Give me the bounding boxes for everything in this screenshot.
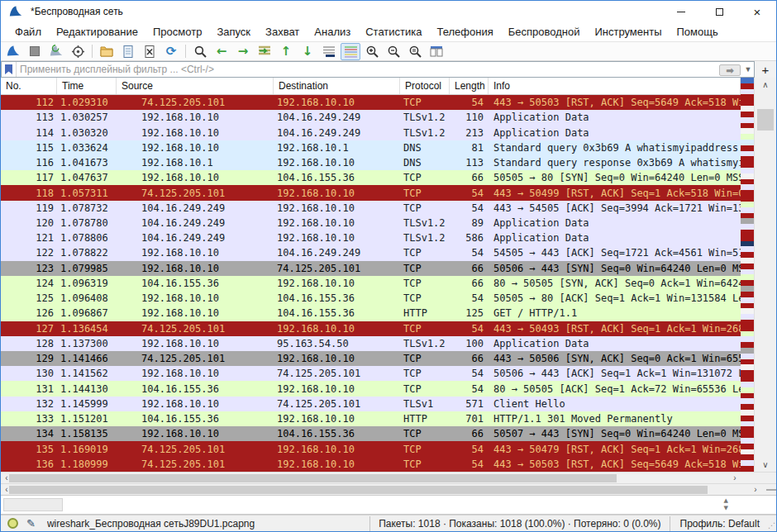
menu-item-5[interactable]: Анализ bbox=[307, 24, 358, 40]
go-to-packet-button[interactable] bbox=[255, 43, 274, 60]
expert-info-icon[interactable] bbox=[7, 518, 18, 529]
find-packet-button[interactable] bbox=[190, 43, 210, 60]
zoom-original-button[interactable] bbox=[405, 43, 425, 60]
filter-dropdown-caret[interactable]: ▼ bbox=[742, 65, 754, 74]
column-header-destination[interactable]: Destination bbox=[274, 78, 400, 94]
scroll-down-icon[interactable]: ∨ bbox=[755, 460, 776, 469]
packet-row-118[interactable]: 1181.05731174.125.205.101192.168.10.10TC… bbox=[1, 185, 741, 200]
restart-capture-button[interactable] bbox=[46, 43, 66, 60]
packet-row-123[interactable]: 1231.079985192.168.10.1074.125.205.101TC… bbox=[1, 261, 741, 276]
menu-item-10[interactable]: Помощь bbox=[670, 24, 726, 40]
column-header-source[interactable]: Source bbox=[117, 78, 274, 94]
add-filter-button-button[interactable]: + bbox=[755, 61, 776, 78]
go-previous-packet-button[interactable]: ← bbox=[212, 43, 231, 60]
display-filter-field: ➡ ▼ bbox=[1, 61, 755, 78]
scroll-right-icon[interactable]: › bbox=[750, 484, 761, 495]
packet-row-126[interactable]: 1261.096867192.168.10.10104.16.155.36HTT… bbox=[1, 306, 741, 321]
menu-item-8[interactable]: Беспроводной bbox=[501, 24, 588, 40]
profile-label[interactable]: Профиль: Default bbox=[670, 516, 769, 531]
cell-no: 121 bbox=[1, 232, 57, 244]
packet-row-131[interactable]: 1311.144130104.16.155.36192.168.10.10TCP… bbox=[1, 381, 741, 396]
resize-columns-button[interactable] bbox=[427, 43, 446, 60]
close-button[interactable]: × bbox=[738, 1, 776, 22]
auto-scroll-button[interactable] bbox=[319, 43, 339, 60]
go-last-packet-button[interactable]: ↓ bbox=[298, 43, 317, 60]
packet-row-135[interactable]: 1351.16901974.125.205.101192.168.10.10TC… bbox=[1, 441, 741, 456]
packet-row-116[interactable]: 1161.041673192.168.10.1192.168.10.10DNS1… bbox=[1, 155, 741, 170]
packet-row-113[interactable]: 1131.030257192.168.10.10104.16.249.249TL… bbox=[1, 110, 741, 125]
menu-item-7[interactable]: Телефония bbox=[429, 24, 500, 40]
cell-no: 120 bbox=[1, 217, 57, 229]
hscrollbar-track[interactable]: ‹ › bbox=[1, 473, 741, 483]
cell-dst: 192.168.10.10 bbox=[274, 323, 400, 335]
packet-row-122[interactable]: 1221.078822192.168.10.10104.16.249.249TC… bbox=[1, 245, 741, 260]
start-capture-button[interactable] bbox=[3, 43, 23, 60]
close-file-button[interactable] bbox=[140, 43, 160, 60]
scroll-right-icon[interactable]: › bbox=[729, 473, 741, 483]
packet-row-114[interactable]: 1141.030320192.168.10.10104.16.249.249TL… bbox=[1, 125, 741, 140]
minimize-button[interactable] bbox=[662, 1, 700, 22]
menu-item-6[interactable]: Статистика bbox=[358, 24, 429, 40]
zoom-out-button[interactable] bbox=[384, 43, 403, 60]
packet-row-121[interactable]: 1211.078806104.16.249.249192.168.10.10TL… bbox=[1, 230, 741, 245]
go-first-packet-button[interactable]: ↑ bbox=[276, 43, 296, 60]
packet-row-133[interactable]: 1331.151201104.16.155.36192.168.10.10HTT… bbox=[1, 411, 741, 426]
scroll-up-icon[interactable]: ∧ bbox=[755, 80, 776, 89]
stop-capture-button[interactable] bbox=[25, 43, 45, 60]
vertical-scrollbar[interactable]: ∧ ∨ bbox=[754, 78, 776, 472]
column-header-length[interactable]: Length bbox=[450, 78, 489, 94]
column-header-time[interactable]: Time bbox=[57, 78, 117, 94]
go-next-packet-button[interactable]: → bbox=[233, 43, 253, 60]
vertical-scrollbar-thumb[interactable] bbox=[757, 109, 774, 131]
pane-spinner[interactable]: ▲▼ bbox=[724, 497, 728, 512]
open-file-button[interactable] bbox=[97, 43, 117, 60]
packet-row-112[interactable]: 1121.02931074.125.205.101192.168.10.10TC… bbox=[1, 95, 741, 110]
minimap-stripe bbox=[741, 258, 754, 264]
reload-file-button[interactable]: ⟳ bbox=[161, 43, 181, 60]
minimap-stripe bbox=[741, 404, 754, 410]
save-file-button[interactable] bbox=[118, 43, 138, 60]
colorize-packets-button[interactable] bbox=[341, 43, 360, 60]
menu-item-2[interactable]: Просмотр bbox=[145, 24, 209, 40]
packet-row-125[interactable]: 1251.096408192.168.10.10104.16.155.36TCP… bbox=[1, 291, 741, 306]
menu-item-3[interactable]: Запуск bbox=[209, 24, 258, 40]
packet-row-119[interactable]: 1191.078732104.16.249.249192.168.10.10TC… bbox=[1, 201, 741, 216]
hscrollbar-thumb[interactable] bbox=[9, 486, 708, 494]
menu-item-9[interactable]: Инструменты bbox=[587, 24, 669, 40]
packet-row-120[interactable]: 1201.078780104.16.249.249192.168.10.10TL… bbox=[1, 216, 741, 230]
cell-time: 1.041673 bbox=[57, 157, 117, 169]
filter-bar: ➡ ▼ + bbox=[1, 61, 776, 78]
capture-comment-icon[interactable]: ✎ bbox=[26, 517, 36, 530]
packet-row-124[interactable]: 1241.096319104.16.155.36192.168.10.10TCP… bbox=[1, 276, 741, 291]
zoom-in-icon bbox=[365, 45, 379, 59]
hscrollbar-thumb[interactable] bbox=[9, 474, 617, 482]
packet-row-127[interactable]: 1271.13645474.125.205.101192.168.10.10TC… bbox=[1, 321, 741, 336]
column-header-info[interactable]: Info bbox=[489, 78, 741, 94]
splitter-grip[interactable] bbox=[766, 489, 776, 491]
packet-row-115[interactable]: 1151.033624192.168.10.10192.168.10.1DNS8… bbox=[1, 140, 741, 155]
menu-item-0[interactable]: Файл bbox=[7, 24, 49, 40]
column-header-no[interactable]: No. bbox=[1, 78, 57, 94]
hscrollbar-track[interactable]: ‹ › bbox=[1, 484, 761, 495]
menu-item-4[interactable]: Захват bbox=[258, 24, 307, 40]
intelligent-scrollbar-minimap[interactable] bbox=[741, 78, 754, 472]
maximize-button[interactable] bbox=[700, 1, 738, 22]
packet-row-117[interactable]: 1171.047637192.168.10.10104.16.155.36TCP… bbox=[1, 170, 741, 185]
apply-filter-button[interactable]: ➡ bbox=[719, 64, 741, 76]
packet-row-132[interactable]: 1321.145999192.168.10.1074.125.205.101TL… bbox=[1, 397, 741, 411]
zoom-in-button[interactable] bbox=[362, 43, 382, 60]
packet-row-136[interactable]: 1361.18099974.125.205.101192.168.10.10TC… bbox=[1, 457, 741, 472]
display-filter-input[interactable] bbox=[17, 64, 719, 75]
packet-row-130[interactable]: 1301.141562192.168.10.1074.125.205.101TC… bbox=[1, 366, 741, 381]
cell-proto: TCP bbox=[400, 428, 450, 439]
filter-bookmark-icon[interactable] bbox=[2, 62, 17, 77]
capture-options-button[interactable] bbox=[68, 43, 88, 60]
cell-info: Standard query 0x3b69 A whatismyipaddres… bbox=[489, 142, 741, 154]
column-header-protocol[interactable]: Protocol bbox=[400, 78, 450, 94]
packet-row-134[interactable]: 1341.158135192.168.10.10104.16.155.36TCP… bbox=[1, 426, 741, 441]
window-resize-grip[interactable]: ⋰ bbox=[768, 515, 776, 531]
menu-item-1[interactable]: Редактирование bbox=[49, 24, 145, 40]
packet-row-129[interactable]: 1291.14146674.125.205.101192.168.10.10TC… bbox=[1, 351, 741, 366]
packet-row-128[interactable]: 1281.137300192.168.10.1095.163.54.50TLSv… bbox=[1, 336, 741, 351]
capture-file-name: wireshark_Беспроводная сетьJ89DU1.pcapng bbox=[47, 518, 369, 530]
